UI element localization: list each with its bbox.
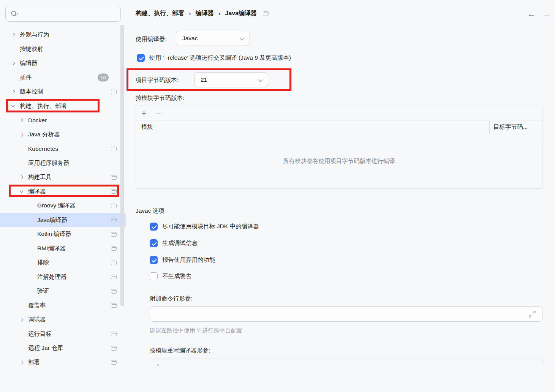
search-input[interactable] xyxy=(19,11,120,17)
sidebar-tree-item[interactable]: 运行目标 xyxy=(0,327,126,341)
option-label: 不生成警告 xyxy=(162,272,192,280)
cmdline-params-input[interactable] xyxy=(150,306,542,322)
chevron-icon[interactable] xyxy=(19,189,24,194)
bytecode-version-select[interactable]: 21 xyxy=(194,72,268,87)
sidebar-tree-item[interactable]: RMI编译器 xyxy=(0,242,126,256)
sidebar-tree-item[interactable]: 覆盖率 xyxy=(0,299,126,313)
remove-icon[interactable]: − xyxy=(156,109,161,118)
sidebar-tree-item[interactable]: 构建工具 xyxy=(0,170,126,185)
chevron-icon[interactable] xyxy=(19,303,24,308)
chevron-icon[interactable] xyxy=(11,90,15,94)
javac-option-row: 生成调试信息 xyxy=(150,239,198,247)
compiler-select[interactable]: Javac xyxy=(176,31,250,46)
project-settings-icon xyxy=(111,232,117,237)
sidebar-tree-item[interactable]: 注解处理器 xyxy=(0,270,126,285)
sidebar-item-label: 部署 xyxy=(28,359,40,366)
sidebar-tree-item[interactable]: 按键映射 xyxy=(0,42,126,57)
chevron-icon[interactable] xyxy=(28,246,33,251)
override-params-toolbar: + − xyxy=(150,359,542,366)
sidebar-tree-item[interactable]: 验证 xyxy=(0,284,126,299)
sidebar-item-label: 外观与行为 xyxy=(20,31,49,39)
chevron-icon[interactable] xyxy=(11,104,15,108)
chevron-icon[interactable] xyxy=(19,175,24,180)
chevron-icon[interactable] xyxy=(19,132,24,137)
chevron-icon[interactable] xyxy=(11,33,15,37)
settings-search[interactable] xyxy=(5,6,121,22)
table-empty-text: 所有模块都将使用项目字节码版本进行编译 xyxy=(136,134,542,188)
chevron-icon[interactable] xyxy=(19,161,24,165)
release-checkbox[interactable] xyxy=(137,54,145,62)
project-settings-icon xyxy=(111,147,117,151)
add-icon[interactable]: + xyxy=(155,362,161,366)
add-icon[interactable]: + xyxy=(141,109,147,118)
sidebar-tree-item[interactable]: Docker xyxy=(0,113,126,128)
chevron-icon[interactable] xyxy=(19,360,24,365)
expand-icon[interactable] xyxy=(528,310,537,319)
chevron-icon[interactable] xyxy=(11,75,15,80)
chevron-icon[interactable] xyxy=(19,147,24,151)
sidebar-tree-item[interactable]: Java 分析器 xyxy=(0,128,126,142)
remove-icon[interactable]: − xyxy=(170,362,175,366)
option-checkbox[interactable] xyxy=(150,239,158,247)
sidebar-item-label: Java 分析器 xyxy=(28,131,60,139)
sidebar-tree-item[interactable]: 远程 Jar 仓库 xyxy=(0,341,126,356)
option-checkbox[interactable] xyxy=(150,272,158,280)
sidebar-tree-item[interactable]: 排除 xyxy=(0,256,126,270)
project-settings-icon xyxy=(111,175,117,180)
sidebar-tree-item[interactable]: Kubernetes xyxy=(0,142,126,156)
sidebar-item-label: Java编译器 xyxy=(37,216,67,224)
column-header-target[interactable]: 目标字节码... xyxy=(493,123,528,131)
project-settings-icon xyxy=(263,11,269,16)
project-settings-icon xyxy=(111,218,117,222)
chevron-icon[interactable] xyxy=(11,61,15,66)
project-settings-icon xyxy=(111,275,117,279)
chevron-icon[interactable] xyxy=(28,204,33,208)
chevron-icon[interactable] xyxy=(19,346,24,351)
sidebar-tree-item[interactable]: 部署 xyxy=(0,356,126,366)
sidebar-item-label: 排除 xyxy=(37,259,49,267)
sidebar-scrollbar[interactable] xyxy=(120,25,124,306)
sidebar-item-label: Kotlin 编译器 xyxy=(37,230,71,238)
sidebar-tree-item[interactable]: 编辑器 xyxy=(0,56,126,71)
sidebar-item-label: 按键映射 xyxy=(20,45,43,53)
forward-arrow-icon[interactable]: → xyxy=(542,8,551,19)
project-settings-icon xyxy=(111,303,117,308)
sidebar-tree-item[interactable]: 构建、执行、部署 xyxy=(0,99,126,114)
sidebar-tree-item[interactable]: 调试器 xyxy=(0,313,126,327)
sidebar-tree-item[interactable]: Groovy 编译器 xyxy=(0,199,126,213)
chevron-icon[interactable] xyxy=(19,318,24,322)
column-header-module[interactable]: 模块 xyxy=(136,123,153,131)
back-arrow-icon[interactable]: ← xyxy=(527,8,536,19)
search-icon xyxy=(11,10,18,17)
settings-content: 构建、执行、部署 › 编译器 › Java编译器 ← → 使用编译器: Java… xyxy=(126,0,555,366)
chevron-icon[interactable] xyxy=(28,275,33,279)
sidebar-item-label: 构建工具 xyxy=(28,173,52,181)
override-params-label: 按模块重写编译器形参: xyxy=(150,347,210,355)
sidebar-item-label: 覆盖率 xyxy=(28,302,46,310)
option-label: 报告使用弃用的功能 xyxy=(162,256,215,264)
chevron-icon[interactable] xyxy=(19,332,24,336)
javac-option-row: 尽可能使用模块目标 JDK 中的编译器 xyxy=(150,223,259,231)
chevron-icon[interactable] xyxy=(11,47,15,51)
column-divider[interactable] xyxy=(489,120,490,134)
sidebar-tree-item[interactable]: Kotlin 编译器 xyxy=(0,227,126,242)
chevron-icon[interactable] xyxy=(28,261,33,265)
use-compiler-label: 使用编译器: xyxy=(136,35,167,43)
sidebar-tree-item[interactable]: 插件 10 xyxy=(0,71,126,85)
sidebar-tree-item[interactable]: 应用程序服务器 xyxy=(0,156,126,171)
sidebar-tree-item[interactable]: 编译器 xyxy=(0,185,126,199)
chevron-icon[interactable] xyxy=(19,118,24,123)
sidebar-tree-item[interactable]: 外观与行为 xyxy=(0,28,126,42)
breadcrumb-item[interactable]: Java编译器 xyxy=(225,9,257,17)
sidebar-item-label: Docker xyxy=(28,117,47,124)
chevron-icon[interactable] xyxy=(28,289,33,294)
chevron-icon[interactable] xyxy=(28,218,33,222)
sidebar-item-label: 编辑器 xyxy=(20,59,38,67)
breadcrumb-item[interactable]: 编译器 xyxy=(196,9,214,17)
sidebar-tree-item[interactable]: 版本控制 xyxy=(0,85,126,99)
breadcrumb-item[interactable]: 构建、执行、部署 xyxy=(136,9,184,17)
option-checkbox[interactable] xyxy=(150,256,158,264)
sidebar-tree-item[interactable]: Java编译器 xyxy=(0,213,126,228)
chevron-icon[interactable] xyxy=(28,232,33,237)
option-checkbox[interactable] xyxy=(150,223,158,231)
